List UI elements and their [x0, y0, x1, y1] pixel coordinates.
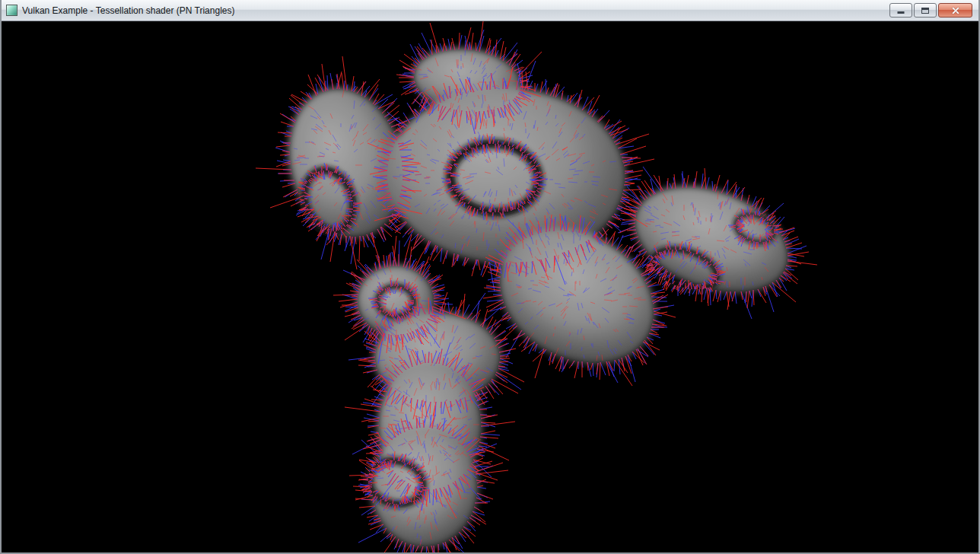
close-button[interactable] — [938, 3, 972, 18]
minimize-icon — [898, 11, 905, 14]
window-title: Vulkan Example - Tessellation shader (PN… — [22, 5, 234, 16]
app-window: Vulkan Example - Tessellation shader (PN… — [0, 0, 980, 554]
window-controls — [889, 3, 974, 18]
titlebar[interactable]: Vulkan Example - Tessellation shader (PN… — [2, 0, 978, 21]
tessellation-model-canvas — [2, 21, 978, 552]
app-icon — [6, 5, 18, 16]
maximize-icon — [921, 8, 929, 14]
render-viewport[interactable] — [2, 21, 978, 552]
close-icon — [939, 4, 972, 17]
minimize-button[interactable] — [889, 3, 912, 18]
maximize-button[interactable] — [914, 3, 937, 18]
